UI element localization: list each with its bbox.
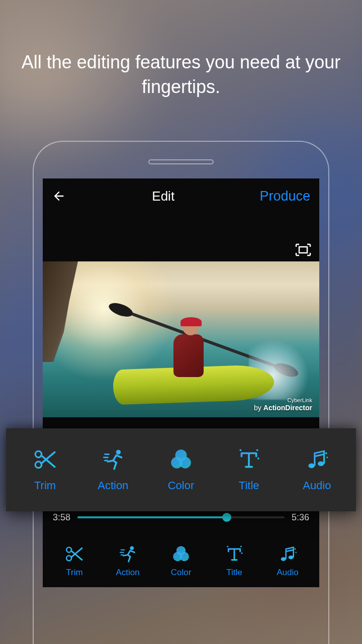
music-icon (277, 544, 298, 564)
svg-point-16 (116, 449, 121, 454)
svg-point-11 (289, 555, 294, 559)
music-icon (304, 448, 330, 471)
tool-audio[interactable]: Audio (265, 544, 310, 578)
venn-icon (168, 448, 194, 471)
svg-point-10 (281, 557, 286, 561)
scissors-icon (32, 448, 58, 471)
svg-point-19 (179, 456, 191, 468)
svg-point-14 (35, 451, 42, 457)
time-current: 3:58 (53, 512, 70, 523)
venn-icon (170, 544, 192, 564)
svg-point-13 (295, 551, 297, 553)
tool-color[interactable]: Color (158, 544, 204, 578)
svg-point-22 (257, 457, 259, 459)
text-icon (224, 544, 245, 564)
scene-person (168, 319, 214, 380)
top-bar: Edit Produce (43, 178, 319, 214)
back-button[interactable] (52, 189, 67, 204)
watermark-brand: CyberLink (254, 397, 312, 404)
tool-label: Color (171, 568, 192, 578)
svg-point-12 (295, 548, 296, 549)
runner-icon (117, 544, 138, 564)
svg-point-25 (325, 452, 327, 454)
screen-title: Edit (152, 189, 174, 204)
svg-point-26 (327, 456, 328, 458)
watermark-by: by (254, 404, 263, 412)
video-preview[interactable]: CyberLink by ActionDirector (43, 261, 319, 417)
tool-label: Color (168, 479, 195, 492)
scissors-icon (64, 544, 85, 564)
produce-button[interactable]: Produce (259, 189, 310, 204)
timeline-fill (77, 516, 227, 518)
timeline-thumb[interactable] (222, 513, 231, 522)
watermark-name: ActionDirector (263, 404, 312, 412)
timeline-track[interactable] (77, 516, 285, 518)
svg-point-24 (318, 461, 324, 466)
svg-rect-0 (299, 247, 307, 253)
preview-top-area (43, 214, 319, 261)
tool-label: Action (116, 568, 139, 578)
tool-label: Audio (277, 568, 298, 578)
svg-point-20 (240, 449, 242, 451)
tool-audio[interactable]: Audio (289, 448, 344, 492)
tool-action[interactable]: Action (85, 448, 141, 492)
svg-point-7 (227, 545, 228, 547)
time-duration: 5:36 (292, 512, 309, 523)
tool-action[interactable]: Action (105, 544, 150, 578)
tool-title[interactable]: Title (212, 544, 257, 578)
tools-popout: TrimActionColorTitleAudio (6, 428, 356, 511)
tool-label: Title (226, 568, 242, 578)
text-icon (236, 448, 262, 471)
svg-point-21 (256, 449, 258, 451)
tool-trim[interactable]: Trim (52, 544, 97, 578)
runner-icon (100, 448, 126, 471)
tool-color[interactable]: Color (153, 448, 209, 492)
svg-point-2 (66, 556, 71, 561)
svg-point-6 (180, 551, 189, 561)
fullscreen-button[interactable] (295, 243, 311, 256)
tool-label: Trim (66, 568, 82, 578)
tool-title[interactable]: Title (221, 448, 277, 492)
svg-point-9 (241, 552, 243, 554)
fullscreen-icon (295, 243, 311, 256)
svg-point-15 (35, 462, 42, 468)
svg-point-3 (130, 546, 134, 550)
arrow-left-icon (52, 189, 66, 203)
app-screen: Edit Produce CyberLink by ActionDirector… (43, 178, 319, 587)
tool-label: Audio (303, 479, 331, 492)
tool-label: Trim (34, 479, 56, 492)
svg-point-1 (66, 547, 71, 552)
video-watermark: CyberLink by ActionDirector (254, 397, 312, 412)
scene-cliff (43, 261, 78, 362)
device-speaker (148, 159, 214, 164)
svg-point-8 (240, 545, 242, 547)
tool-label: Action (98, 479, 128, 492)
bottom-toolbar: TrimActionColorTitleAudio (43, 534, 319, 587)
tool-trim[interactable]: Trim (18, 448, 73, 492)
tool-label: Title (239, 479, 259, 492)
promo-tagline: All the editing features you need at you… (0, 50, 362, 99)
svg-point-23 (309, 463, 315, 468)
